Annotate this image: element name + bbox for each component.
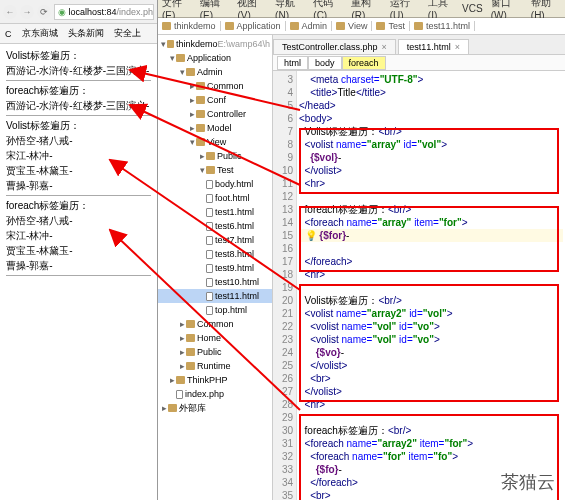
code-editor[interactable]: 3456789101112131415161718192021222324252… — [273, 71, 565, 500]
browser-tab[interactable]: 安全上 — [111, 27, 144, 40]
forward-icon[interactable]: → — [20, 5, 34, 19]
file-icon — [176, 390, 183, 399]
tree-twisty-icon[interactable]: ▸ — [178, 333, 186, 343]
tree-node[interactable]: test10.html — [158, 275, 272, 289]
tree-twisty-icon[interactable]: ▸ — [178, 319, 186, 329]
tree-node[interactable]: body.html — [158, 177, 272, 191]
tree-twisty-icon[interactable]: ▸ — [188, 123, 196, 133]
tree-twisty-icon[interactable]: ▾ — [160, 39, 167, 49]
tree-node[interactable]: index.php — [158, 387, 272, 401]
tree-node[interactable]: ▾Admin — [158, 65, 272, 79]
highlight-box — [299, 206, 559, 272]
code-line[interactable]: <title>Title</title> — [299, 87, 386, 98]
code-line[interactable]: <body> — [299, 113, 332, 124]
code-line[interactable]: <meta charset="UTF-8"> — [299, 74, 423, 85]
tree-label: Home — [197, 333, 221, 343]
close-icon[interactable]: × — [455, 42, 460, 52]
file-icon — [206, 250, 213, 259]
output-line: 西游记-水浒传-红楼梦-三国演义- — [6, 98, 151, 113]
struct-crumb[interactable]: foreach — [342, 56, 386, 70]
tree-node[interactable]: foot.html — [158, 191, 272, 205]
tree-twisty-icon[interactable]: ▸ — [188, 109, 196, 119]
tree-twisty-icon[interactable]: ▸ — [178, 347, 186, 357]
tree-node[interactable]: ▾Application — [158, 51, 272, 65]
tree-twisty-icon[interactable]: ▸ — [168, 375, 176, 385]
tree-twisty-icon[interactable]: ▸ — [188, 95, 196, 105]
reload-icon[interactable]: ⟳ — [37, 5, 51, 19]
close-icon[interactable]: × — [382, 42, 387, 52]
line-number: 21 — [273, 307, 293, 320]
tree-node[interactable]: test1.html — [158, 205, 272, 219]
struct-crumb[interactable]: body — [308, 56, 342, 70]
tree-twisty-icon[interactable]: ▸ — [188, 81, 196, 91]
menu-item[interactable]: VCS — [462, 3, 483, 14]
tree-node[interactable]: ▸Common — [158, 317, 272, 331]
tree-twisty-icon[interactable] — [198, 291, 206, 301]
tree-label: View — [207, 137, 226, 147]
line-number: 28 — [273, 398, 293, 411]
tree-twisty-icon[interactable] — [198, 235, 206, 245]
tree-twisty-icon[interactable]: ▾ — [168, 53, 176, 63]
tree-twisty-icon[interactable] — [198, 277, 206, 287]
tree-twisty-icon[interactable] — [168, 389, 176, 399]
highlight-box — [299, 284, 559, 402]
tree-label: body.html — [215, 179, 253, 189]
tree-node[interactable]: ▾Test — [158, 163, 272, 177]
tree-twisty-icon[interactable] — [198, 263, 206, 273]
line-number: 15 — [273, 229, 293, 242]
tree-twisty-icon[interactable] — [198, 207, 206, 217]
tree-twisty-icon[interactable]: ▸ — [178, 361, 186, 371]
editor-tab[interactable]: test11.html× — [398, 39, 469, 54]
tree-node[interactable]: ▸外部库 — [158, 401, 272, 415]
editor-area: TestController.class.php×test11.html× ht… — [273, 35, 565, 500]
output-line: 宋江-林冲- — [6, 148, 151, 163]
tree-label: test11.html — [215, 291, 259, 301]
tree-twisty-icon[interactable]: ▾ — [188, 137, 196, 147]
line-number: 31 — [273, 437, 293, 450]
tree-node[interactable]: test6.html — [158, 219, 272, 233]
browser-tab[interactable]: 头条新闻 — [65, 27, 107, 40]
tree-label: test6.html — [215, 221, 254, 231]
back-icon[interactable]: ← — [3, 5, 17, 19]
tree-twisty-icon[interactable]: ▾ — [178, 67, 186, 77]
tree-node[interactable]: ▸Common — [158, 79, 272, 93]
tree-node[interactable]: ▾View — [158, 135, 272, 149]
tree-node[interactable]: ▸Public — [158, 345, 272, 359]
tree-node[interactable]: test9.html — [158, 261, 272, 275]
tree-twisty-icon[interactable] — [198, 249, 206, 259]
tree-node[interactable]: ▸Controller — [158, 107, 272, 121]
tree-node[interactable]: test8.html — [158, 247, 272, 261]
tree-label: Application — [187, 53, 231, 63]
tree-twisty-icon[interactable] — [198, 179, 206, 189]
output-line: 宋江-林冲- — [6, 228, 151, 243]
tree-twisty-icon[interactable]: ▸ — [160, 403, 168, 413]
tree-node[interactable]: ▸Conf — [158, 93, 272, 107]
tree-node[interactable]: ▸Home — [158, 331, 272, 345]
tree-node[interactable]: test7.html — [158, 233, 272, 247]
tree-twisty-icon[interactable]: ▾ — [198, 165, 206, 175]
browser-tab[interactable]: C — [2, 29, 15, 39]
folder-icon — [206, 152, 215, 160]
project-tree: ▾thinkdemo E:\wamp64\h▾Application▾Admin… — [158, 35, 273, 500]
tree-twisty-icon[interactable] — [198, 193, 206, 203]
output-title: foreach标签遍历： — [6, 83, 151, 98]
browser-tab[interactable]: 京东商城 — [19, 27, 61, 40]
tree-label: test8.html — [215, 249, 254, 259]
tree-node[interactable]: top.html — [158, 303, 272, 317]
tree-twisty-icon[interactable] — [198, 221, 206, 231]
tree-node[interactable]: ▾thinkdemo E:\wamp64\h — [158, 37, 272, 51]
tree-node[interactable]: ▸ThinkPHP — [158, 373, 272, 387]
editor-tab[interactable]: TestController.class.php× — [273, 39, 396, 54]
tree-node[interactable]: ▸Runtime — [158, 359, 272, 373]
tree-label: Controller — [207, 109, 246, 119]
struct-crumb[interactable]: html — [277, 56, 308, 70]
tree-node[interactable]: ▸Public — [158, 149, 272, 163]
tree-node[interactable]: test11.html — [158, 289, 272, 303]
tree-node[interactable]: ▸Model — [158, 121, 272, 135]
line-number: 32 — [273, 450, 293, 463]
tree-twisty-icon[interactable] — [198, 305, 206, 315]
code-line[interactable]: </head> — [299, 100, 336, 111]
tree-label: Admin — [197, 67, 223, 77]
address-bar[interactable]: ◉ localhost:84 /index.php/ — [54, 4, 154, 20]
tree-twisty-icon[interactable]: ▸ — [198, 151, 206, 161]
